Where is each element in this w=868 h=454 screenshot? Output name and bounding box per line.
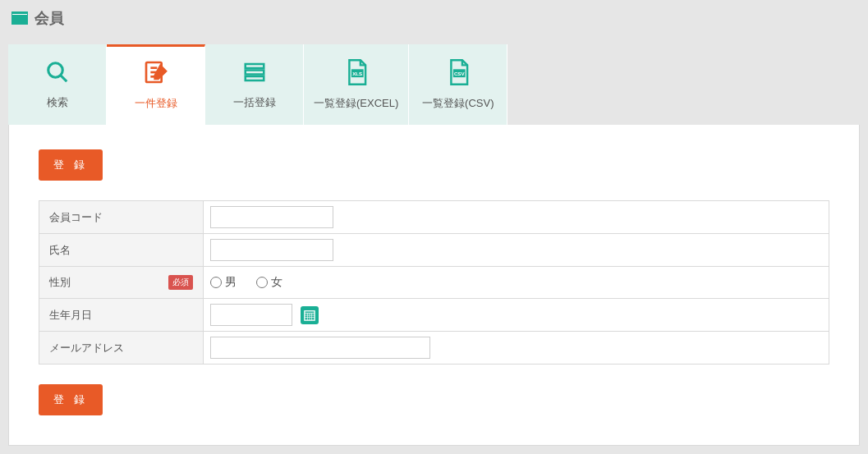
tab-label: 一括登録 [233,95,276,110]
edit-icon [143,59,169,88]
tabs-bar: 検索 一件登録 一括登録 XLS 一覧登録(EXCEL) CSV 一覧登録(CS… [8,44,860,125]
gender-female-option[interactable]: 女 [256,275,282,290]
member-code-input[interactable] [210,206,333,228]
label-birthdate: 生年月日 [39,299,204,331]
svg-text:XLS: XLS [352,70,362,76]
required-badge: 必須 [168,275,193,290]
content-panel: 登 録 会員コード 氏名 性別 必須 [8,125,860,446]
window-icon [11,11,28,25]
svg-rect-7 [245,70,264,74]
calendar-icon [304,310,315,321]
stack-icon [242,60,267,87]
tab-label: 一覧登録(EXCEL) [314,96,398,111]
row-name: 氏名 [39,234,829,267]
svg-point-0 [48,62,62,77]
calendar-button[interactable] [301,306,319,324]
label-email: メールアドレス [39,332,204,364]
row-member-code: 会員コード [39,201,829,234]
form-table: 会員コード 氏名 性別 必須 男 [39,200,829,365]
svg-rect-6 [245,64,264,68]
register-button-top[interactable]: 登 録 [39,149,103,181]
tab-search[interactable]: 検索 [8,44,107,125]
excel-file-icon: XLS [344,59,369,88]
row-gender: 性別 必須 男 女 [39,267,829,299]
label-name: 氏名 [39,234,204,266]
svg-line-1 [60,75,67,81]
tab-bulk-register[interactable]: 一括登録 [205,44,304,125]
svg-rect-8 [245,76,264,80]
row-birthdate: 生年月日 [39,299,829,332]
gender-male-radio[interactable] [210,277,222,288]
email-input[interactable] [210,337,430,359]
tab-label: 検索 [47,95,68,110]
gender-female-radio[interactable] [256,277,268,288]
register-button-bottom[interactable]: 登 録 [39,384,103,415]
csv-file-icon: CSV [446,59,471,88]
tab-label: 一件登録 [135,96,177,111]
name-input[interactable] [210,239,333,261]
tab-label: 一覧登録(CSV) [422,96,494,111]
search-icon [45,60,70,87]
row-email: メールアドレス [39,332,829,364]
label-member-code: 会員コード [39,201,204,233]
svg-text:CSV: CSV [454,70,466,76]
gender-male-option[interactable]: 男 [210,275,237,290]
label-gender: 性別 必須 [39,267,204,298]
page-header: 会員 [8,8,860,28]
tab-list-csv[interactable]: CSV 一覧登録(CSV) [409,44,507,125]
tab-list-excel[interactable]: XLS 一覧登録(EXCEL) [304,44,409,125]
page-title: 会員 [34,8,64,28]
tab-single-register[interactable]: 一件登録 [107,44,205,125]
birthdate-input[interactable] [210,304,292,326]
